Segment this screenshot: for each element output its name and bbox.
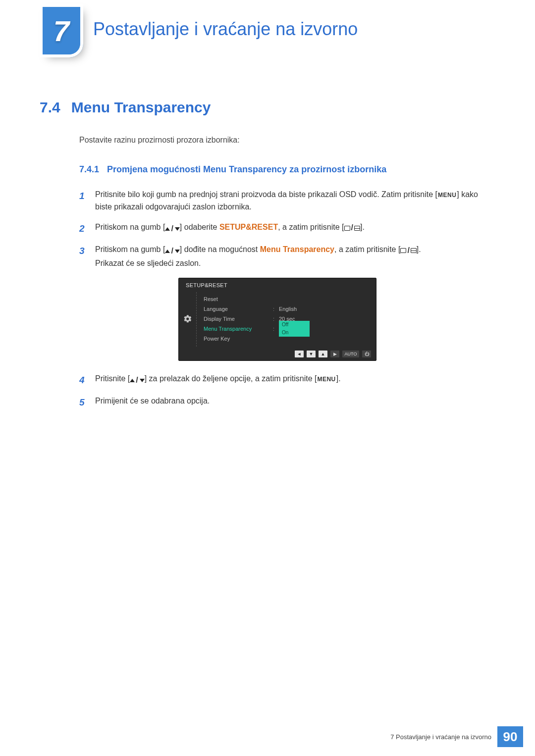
step-item: 1 Pritisnite bilo koji gumb na prednjoj … xyxy=(79,189,495,213)
osd-option-off: Off xyxy=(279,321,310,329)
osd-auto-label: AUTO xyxy=(342,351,359,357)
osd-row: Language : English xyxy=(204,304,369,314)
chapter-title: Postavljanje i vraćanje na izvorno xyxy=(93,19,358,40)
osd-list: Reset Language : English Display Time : … xyxy=(197,292,376,347)
osd-control-bar: ◄ ▼ ▲ ▶ AUTO ⏻ xyxy=(179,347,376,357)
step-text: Pritiskom na gumb [/] dođite na mogućnos… xyxy=(95,244,495,270)
osd-row-label: Menu Transparency xyxy=(204,326,273,332)
chapter-badge: 7 xyxy=(40,4,83,57)
osd-option-on: On xyxy=(279,329,310,337)
step-text: Pritisnite [/] za prelazak do željene op… xyxy=(95,373,495,387)
osd-row-label: Power Key xyxy=(204,336,273,342)
highlight-menu-transparency: Menu Transparency xyxy=(260,245,334,253)
subsection-title: Promjena mogućnosti Menu Transparency za… xyxy=(107,164,386,175)
step-text: Pritiskom na gumb [/] odaberite SETUP&RE… xyxy=(95,221,495,235)
up-down-icon: / xyxy=(165,245,179,257)
step-number: 2 xyxy=(79,221,88,236)
osd-nav-left-icon: ◄ xyxy=(295,351,304,357)
up-down-icon: / xyxy=(165,223,179,235)
up-down-icon: / xyxy=(130,374,144,387)
step-item: 4 Pritisnite [/] za prelazak do željene … xyxy=(79,373,495,387)
section-title: Menu Transparency xyxy=(71,99,211,116)
subsection-heading: 7.4.1 Promjena mogućnosti Menu Transpare… xyxy=(79,164,495,175)
subsection-number: 7.4.1 xyxy=(79,164,99,175)
step-text: Primijenit će se odabrana opcija. xyxy=(95,395,495,407)
step-text: Pritisnite bilo koji gumb na prednjoj st… xyxy=(95,189,495,213)
osd-power-icon: ⏻ xyxy=(362,351,371,357)
enter-icon: / xyxy=(344,222,360,234)
chapter-number: 7 xyxy=(54,14,69,48)
osd-row-label: Language xyxy=(204,306,273,312)
step-number: 4 xyxy=(79,373,88,387)
step-number: 1 xyxy=(79,189,88,203)
osd-row-label: Display Time xyxy=(204,316,273,322)
osd-nav-down-icon: ▼ xyxy=(307,351,316,357)
osd-row-value: English xyxy=(279,306,297,312)
step-number: 3 xyxy=(79,244,88,258)
chapter-header: 7 Postavljanje i vraćanje na izvorno xyxy=(40,0,495,69)
highlight-setup-reset: SETUP&RESET xyxy=(219,223,278,231)
intro-text: Postavite razinu prozirnosti prozora izb… xyxy=(79,136,495,145)
page-footer: 7 Postavljanje i vraćanje na izvorno 90 xyxy=(390,726,523,747)
gear-icon xyxy=(183,314,192,324)
section-number: 7.4 xyxy=(40,99,60,116)
steps-list: 1 Pritisnite bilo koji gumb na prednjoj … xyxy=(79,189,495,410)
osd-category-icon-area xyxy=(179,292,197,347)
osd-title: SETUP&RESET xyxy=(179,282,376,292)
osd-row-label: Reset xyxy=(204,296,273,302)
menu-label: MENU xyxy=(317,376,336,383)
osd-screenshot: SETUP&RESET Reset Language xyxy=(178,278,376,361)
footer-text: 7 Postavljanje i vraćanje na izvorno xyxy=(390,726,491,747)
step-item: 2 Pritiskom na gumb [/] odaberite SETUP&… xyxy=(79,221,495,236)
osd-row: Reset xyxy=(204,294,369,304)
step-item: 5 Primijenit će se odabrana opcija. xyxy=(79,395,495,409)
osd-nav-up-icon: ▲ xyxy=(319,351,327,357)
section-heading: 7.4 Menu Transparency xyxy=(40,99,495,116)
osd-row-active: Menu Transparency : Off On xyxy=(204,324,369,334)
osd-nav-right-icon: ▶ xyxy=(330,351,339,357)
enter-icon: / xyxy=(400,245,416,257)
step-item: 3 Pritiskom na gumb [/] dođite na mogućn… xyxy=(79,244,495,270)
step-number: 5 xyxy=(79,395,88,409)
menu-label: MENU xyxy=(437,192,457,199)
footer-page-number: 90 xyxy=(497,726,523,747)
